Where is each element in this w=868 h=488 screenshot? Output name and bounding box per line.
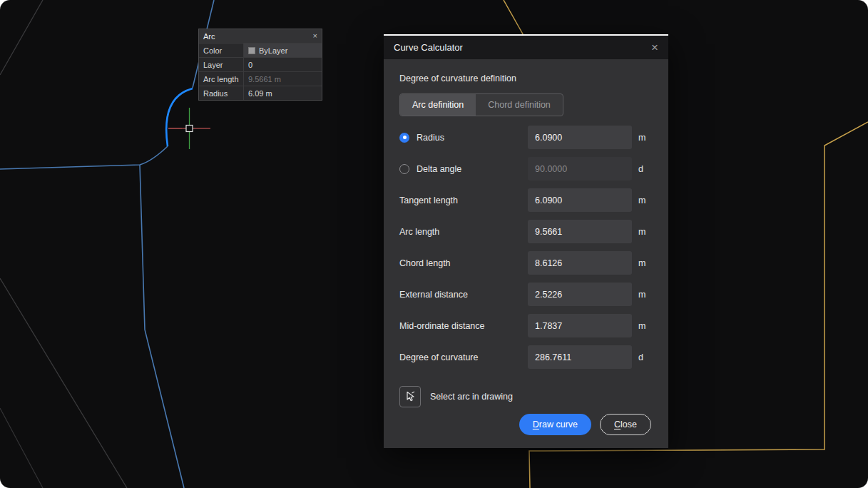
field-label: Radius: [417, 133, 444, 143]
field-label: Delta angle: [417, 164, 461, 174]
field-row-radius: Radius m: [399, 126, 653, 149]
field-label: Arc length: [399, 227, 439, 237]
unit-label: d: [638, 164, 643, 174]
close-icon[interactable]: ×: [313, 32, 317, 40]
fields: Radius m Delta angle d Tangent length: [399, 126, 653, 377]
color-value-text: ByLayer: [259, 46, 287, 55]
cad-viewport[interactable]: Arc × Color ByLayer Layer 0 Arc length 9…: [0, 0, 868, 488]
property-row-color: Color ByLayer: [199, 43, 322, 57]
blue-road-line[interactable]: [140, 165, 184, 488]
property-row-layer: Layer 0: [199, 57, 322, 71]
select-arc-label: Select arc in drawing: [430, 392, 513, 402]
radius-input[interactable]: [528, 126, 632, 149]
field-row-external-distance: External distance m: [399, 283, 653, 306]
tab-arc-definition[interactable]: Arc definition: [400, 94, 476, 116]
close-icon[interactable]: ×: [651, 41, 658, 54]
unit-label: m: [638, 290, 645, 300]
delta-angle-radio[interactable]: [399, 164, 409, 174]
chord-length-input[interactable]: [528, 251, 632, 275]
arc-length-value: 9.5661 m: [243, 72, 322, 86]
color-swatch-icon: [248, 47, 255, 54]
cursor-select-icon: [404, 391, 416, 402]
parcel-line[interactable]: [0, 0, 43, 75]
field-row-mid-ordinate-distance: Mid-ordinate distance m: [399, 314, 653, 337]
arc-panel-title: Arc: [203, 32, 215, 41]
parcel-line[interactable]: [0, 278, 127, 488]
property-label: Radius: [199, 86, 243, 100]
tangent-length-input[interactable]: [528, 188, 632, 212]
field-row-arc-length: Arc length m: [399, 220, 653, 243]
draw-curve-button[interactable]: Draw curve: [519, 414, 591, 435]
arc-properties-panel: Arc × Color ByLayer Layer 0 Arc length 9…: [198, 29, 322, 101]
radius-radio[interactable]: [399, 133, 409, 143]
property-label: Color: [199, 44, 243, 57]
field-label: Tangent length: [399, 195, 458, 205]
property-label: Arc length: [199, 72, 243, 86]
dialog-titlebar[interactable]: Curve Calculator ×: [384, 34, 668, 59]
close-button[interactable]: Close: [600, 414, 651, 435]
select-arc-button[interactable]: [399, 386, 421, 407]
definition-toggle: Arc definition Chord definition: [399, 93, 563, 116]
property-label: Layer: [199, 58, 243, 71]
property-row-arc-length: Arc length 9.5661 m: [199, 71, 322, 86]
crosshair-cursor: [168, 108, 210, 149]
field-label: Mid-ordinate distance: [399, 321, 485, 331]
unit-label: m: [638, 258, 645, 268]
unit-label: m: [638, 195, 645, 205]
pickbox: [186, 126, 193, 132]
unit-label: d: [638, 352, 643, 362]
field-row-chord-length: Chord length m: [399, 251, 653, 275]
field-row-delta-angle: Delta angle d: [399, 157, 653, 181]
curve-calculator-dialog: Curve Calculator × Degree of curvature d…: [384, 34, 668, 448]
parcel-line[interactable]: [0, 408, 43, 488]
field-label: Chord length: [399, 258, 451, 268]
arc-length-input[interactable]: [528, 220, 632, 243]
arc-panel-header: Arc ×: [199, 29, 322, 43]
unit-label: m: [638, 227, 645, 237]
external-distance-input[interactable]: [528, 283, 632, 306]
delta-angle-input: [528, 157, 632, 181]
mid-ordinate-distance-input[interactable]: [528, 314, 632, 337]
select-arc-row: Select arc in drawing: [399, 386, 653, 407]
field-label: Degree of curvature: [399, 352, 478, 362]
field-row-tangent-length: Tangent length m: [399, 188, 653, 212]
dialog-footer: Draw curve Close: [384, 414, 668, 448]
section-label: Degree of curvature definition: [399, 73, 653, 83]
unit-label: m: [638, 321, 645, 331]
selected-arc[interactable]: [166, 88, 193, 146]
degree-of-curvature-input[interactable]: [528, 345, 632, 369]
blue-road-line[interactable]: [0, 146, 168, 169]
radius-value[interactable]: 6.09 m: [243, 86, 322, 100]
field-label: External distance: [399, 290, 468, 300]
dialog-body: Degree of curvature definition Arc defin…: [384, 59, 668, 414]
layer-value[interactable]: 0: [243, 58, 322, 71]
property-row-radius: Radius 6.09 m: [199, 86, 322, 100]
tab-chord-definition[interactable]: Chord definition: [476, 94, 563, 116]
color-value[interactable]: ByLayer: [243, 44, 322, 57]
unit-label: m: [638, 133, 645, 143]
field-row-degree-of-curvature: Degree of curvature d: [399, 345, 653, 369]
dialog-title: Curve Calculator: [394, 42, 463, 53]
